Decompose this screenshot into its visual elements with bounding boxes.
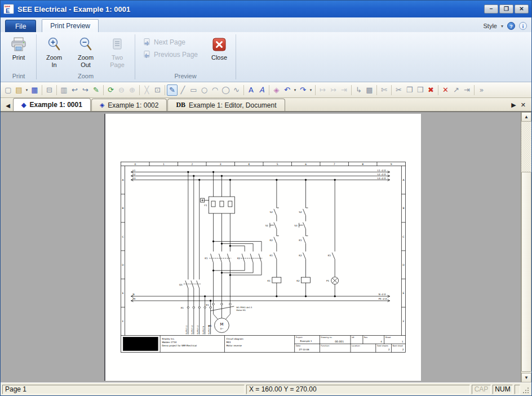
page-edit-icon[interactable]: ✎ bbox=[91, 84, 101, 96]
two-page-icon bbox=[110, 35, 124, 54]
ribbon-group-zoom: Zoom In Zoom Out bbox=[37, 33, 134, 82]
line-label-l1: L1 bbox=[132, 169, 135, 172]
titleblock-function-label: Function: bbox=[321, 345, 329, 347]
ribbon-group-preview: Next Page Previous Page bbox=[136, 33, 235, 82]
resize-grip[interactable] bbox=[522, 386, 530, 394]
doc-tab-example1-0001[interactable]: ◈ Example 1: 0001 bbox=[13, 98, 91, 111]
style-dropdown-arrow[interactable]: ▾ bbox=[501, 24, 503, 29]
close-window-button[interactable]: ✕ bbox=[515, 5, 529, 14]
page-properties-icon[interactable]: ▥ bbox=[59, 84, 69, 96]
copy-icon[interactable]: ❐ bbox=[404, 84, 415, 96]
tab-file[interactable]: File bbox=[5, 20, 36, 32]
tab-scroll-left-icon[interactable]: ◀ bbox=[3, 103, 13, 111]
measure-icon[interactable]: ↗ bbox=[451, 84, 462, 96]
next-view-icon[interactable]: ↪ bbox=[80, 84, 91, 96]
window-title: SEE Electrical - Example 1: 0001 bbox=[17, 5, 130, 14]
titleblock-next-value: 2 bbox=[402, 348, 404, 351]
scroll-down-icon[interactable]: ▼ bbox=[521, 373, 531, 382]
ribbon-separator bbox=[236, 34, 236, 79]
previous-page-icon bbox=[143, 50, 151, 59]
scrollbar-thumb[interactable] bbox=[521, 172, 531, 372]
previous-page-button[interactable]: Previous Page bbox=[143, 50, 198, 59]
connection-2-icon[interactable]: ↣ bbox=[328, 84, 339, 96]
text-slanted-icon[interactable]: A bbox=[256, 84, 267, 96]
element-pointer-icon[interactable]: ◈ bbox=[271, 84, 282, 96]
paste-attributes-icon[interactable]: ▩ bbox=[364, 84, 375, 96]
paste-icon[interactable]: ❒ bbox=[415, 84, 425, 96]
zoom-in-icon bbox=[47, 35, 61, 54]
draw-rectangle-icon[interactable]: ▭ bbox=[188, 84, 199, 96]
style-dropdown[interactable]: Style bbox=[484, 23, 497, 29]
previous-page-label: Previous Page bbox=[154, 51, 198, 59]
document-tab-bar: ◀ ◈ Example 1: 0001 ◈ Example 1: 0002 DB… bbox=[1, 98, 531, 112]
close-preview-button[interactable]: Close bbox=[205, 33, 234, 61]
print-icon[interactable]: ⊟ bbox=[44, 84, 55, 96]
toolbar-overflow-icon[interactable]: » bbox=[476, 84, 487, 96]
zoom-in-small-icon[interactable]: ⊕ bbox=[127, 84, 138, 96]
undo-dropdown-icon[interactable]: ▾ bbox=[292, 84, 298, 96]
line-ref-l3: L3 ›2.0 bbox=[378, 177, 386, 180]
redo-dropdown-icon[interactable]: ▾ bbox=[308, 84, 313, 96]
tab-print-preview[interactable]: Print Preview bbox=[42, 19, 99, 33]
ruler-label: E bbox=[403, 292, 405, 295]
minimize-button[interactable]: – bbox=[484, 5, 498, 14]
previous-view-icon[interactable]: ↩ bbox=[69, 84, 80, 96]
connection-1-icon[interactable]: ↦ bbox=[317, 84, 328, 96]
redo-icon[interactable]: ↷ bbox=[298, 84, 308, 96]
component-label-q0: Q1 bbox=[179, 283, 183, 286]
delete-icon[interactable]: ✖ bbox=[425, 84, 436, 96]
wire-cut-icon[interactable]: ✄ bbox=[379, 84, 389, 96]
text-icon[interactable]: A bbox=[246, 84, 256, 96]
scroll-up-icon[interactable]: ▲ bbox=[521, 112, 531, 122]
toolbar-separator bbox=[351, 85, 352, 95]
help-icon[interactable]: ? bbox=[507, 22, 515, 30]
titleblock-location-label: Location: bbox=[352, 345, 360, 347]
component-label-k1a: K1 bbox=[270, 254, 273, 257]
zoom-out-button[interactable]: Zoom Out bbox=[70, 33, 101, 69]
next-page-label: Next Page bbox=[154, 38, 185, 46]
draw-circle-icon[interactable]: ○ bbox=[199, 84, 210, 96]
draw-line-icon[interactable]: ╱ bbox=[178, 84, 188, 96]
zoom-in-button[interactable]: Zoom In bbox=[38, 33, 70, 69]
zoom-out-small-icon[interactable]: ⊖ bbox=[116, 84, 127, 96]
open-dropdown-icon[interactable]: ▾ bbox=[24, 84, 29, 96]
refresh-icon[interactable]: ⟳ bbox=[105, 84, 116, 96]
titleblock-next-label: Next sheet bbox=[393, 345, 404, 347]
cut-icon[interactable]: ✂ bbox=[393, 84, 404, 96]
toolbar-separator bbox=[269, 85, 269, 95]
undo-icon[interactable]: ↶ bbox=[282, 84, 292, 96]
line-ref-n: N ›2.0 bbox=[379, 293, 386, 296]
tab-close-icon[interactable]: ✕ bbox=[521, 101, 526, 109]
delete-connection-icon[interactable]: ✕ bbox=[440, 84, 451, 96]
vertical-scrollbar[interactable]: ▲ ▼ bbox=[521, 112, 531, 382]
next-page-button[interactable]: Next Page bbox=[143, 38, 198, 46]
tab-scroll-right-icon[interactable]: ▶ bbox=[511, 101, 516, 109]
supply-cable-label: SUPPLY N bbox=[202, 326, 205, 334]
draw-ellipse-icon[interactable]: ◯ bbox=[220, 84, 231, 96]
save-icon[interactable]: ▦ bbox=[29, 84, 40, 96]
titleblock-logo: IGE+XAO bbox=[128, 341, 154, 347]
maximize-button[interactable]: ❐ bbox=[499, 5, 513, 14]
ribbon-tab-row: File Print Preview Style ▾ ? i bbox=[1, 17, 531, 32]
titleblock-date-value: 27-10-06 bbox=[299, 348, 309, 351]
titleblock-rev-label: Rev. bbox=[364, 336, 368, 339]
draw-arc-icon[interactable]: ◠ bbox=[210, 84, 220, 96]
doc-tab-editor-document[interactable]: DB Example 1: Editor, Document bbox=[167, 99, 285, 111]
connection-corner-icon[interactable]: ↳ bbox=[353, 84, 364, 96]
redlining-icon[interactable]: ✎ bbox=[167, 84, 178, 96]
two-page-button[interactable]: Two Page bbox=[101, 33, 133, 69]
titleblock-company-2: Walden 1734 bbox=[162, 341, 177, 344]
new-document-icon[interactable]: ▢ bbox=[3, 84, 14, 96]
info-icon[interactable]: i bbox=[519, 22, 527, 30]
preview-canvas[interactable]: L1 L2 L3 L1 ›2.0 L2 ›2.0 L3 ›2.0 N PE N … bbox=[1, 112, 531, 382]
component-label-p1: P1 bbox=[326, 279, 330, 282]
align-icon[interactable]: ⇥ bbox=[462, 84, 472, 96]
grid-select-icon[interactable]: ⊡ bbox=[152, 84, 163, 96]
draw-curve-icon[interactable]: ∿ bbox=[231, 84, 242, 96]
snap-icon[interactable]: ╳ bbox=[141, 84, 152, 96]
print-button[interactable]: Print bbox=[3, 33, 34, 61]
connection-3-icon[interactable]: ⇥ bbox=[339, 84, 349, 96]
open-folder-icon[interactable]: ▤ bbox=[14, 84, 24, 96]
line-ref-l2: L2 ›2.0 bbox=[378, 173, 386, 176]
doc-tab-example1-0002[interactable]: ◈ Example 1: 0002 bbox=[91, 99, 167, 111]
